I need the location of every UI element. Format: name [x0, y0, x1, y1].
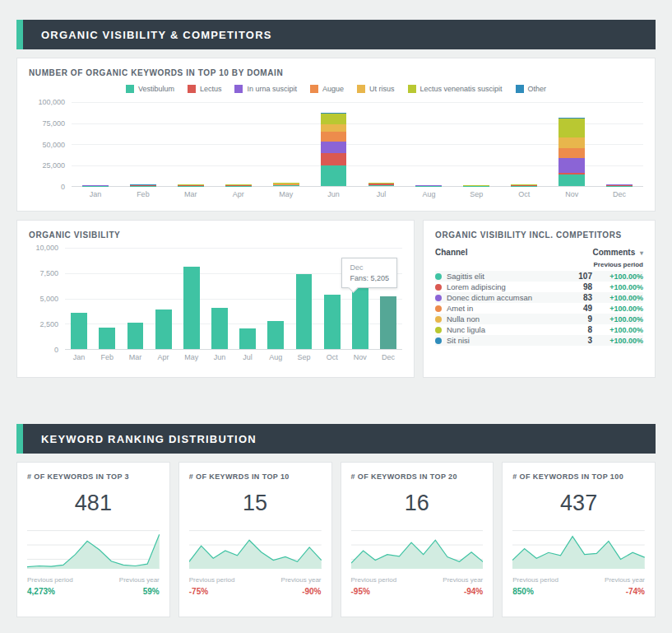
previous-year-label: Previous year — [281, 576, 322, 584]
bar-column — [93, 248, 121, 349]
visibility-bar[interactable] — [324, 295, 341, 349]
y-axis-label: 25,000 — [42, 161, 65, 170]
stacked-bar[interactable] — [606, 102, 633, 186]
x-axis-label: Dec — [374, 353, 402, 361]
legend-item[interactable]: Vestibulum — [126, 85, 174, 93]
chevron-down-icon: ▾ — [640, 249, 643, 257]
legend-item[interactable]: Other — [516, 85, 547, 93]
visibility-bar[interactable] — [211, 308, 228, 349]
channel-name: Nulla non — [447, 314, 566, 323]
x-axis-label: Oct — [318, 353, 346, 361]
stacked-bar[interactable] — [225, 102, 252, 186]
bar-segment — [321, 124, 347, 132]
legend-item[interactable]: In urna suscipit — [234, 85, 297, 93]
table-row[interactable]: Nulla non9+100.00% — [435, 314, 643, 324]
visibility-bar[interactable] — [239, 328, 256, 349]
x-axis-label: Nov — [548, 190, 596, 198]
channel-name: Sit nisi — [447, 336, 566, 345]
column-header-comments[interactable]: Comments ▾ — [593, 248, 643, 257]
visibility-bar[interactable] — [99, 328, 115, 349]
stacked-bar[interactable] — [511, 102, 537, 186]
visibility-bar[interactable] — [183, 267, 200, 349]
table-row[interactable]: Sit nisi3+100.00% — [435, 335, 643, 346]
previous-year-value: -94% — [464, 587, 483, 596]
x-axis-label: Jun — [206, 353, 234, 361]
series-dot — [435, 316, 442, 323]
legend-label: Vestibulum — [138, 85, 174, 93]
x-axis-label: Apr — [215, 190, 262, 198]
comments-value: 107 — [566, 272, 592, 281]
kpi-title: # OF KEYWORDS IN TOP 100 — [512, 472, 645, 481]
bar-column — [358, 102, 406, 186]
table-row[interactable]: Donec dictum accumsan83+100.00% — [435, 292, 643, 303]
legend-item[interactable]: Lectus venenatis suscipit — [408, 85, 503, 93]
bar-segment — [558, 175, 585, 186]
previous-period-change: +100.00% — [592, 337, 643, 345]
x-axis-label: Jun — [310, 190, 358, 198]
bar-column — [167, 102, 215, 186]
visibility-bar[interactable] — [71, 313, 87, 349]
y-axis-label: 75,000 — [42, 119, 65, 128]
kpi-value: 16 — [351, 491, 484, 516]
legend-swatch — [310, 85, 318, 93]
visibility-bar[interactable] — [127, 323, 144, 349]
legend-label: Augue — [322, 85, 344, 93]
x-axis-label: Oct — [500, 190, 548, 198]
series-dot — [435, 305, 442, 312]
previous-year-label: Previous year — [443, 576, 483, 584]
stacked-bar[interactable] — [273, 102, 299, 186]
previous-period-label: Previous period — [351, 576, 397, 584]
dashboard-page: ORGANIC VISIBILITY & COMPETITORS NUMBER … — [0, 0, 672, 633]
legend-item[interactable]: Lectus — [188, 85, 222, 93]
table-row[interactable]: Nunc ligula8+100.00% — [435, 324, 643, 335]
stacked-bar[interactable] — [321, 102, 347, 186]
stacked-bar[interactable] — [368, 102, 395, 186]
legend-swatch — [188, 85, 196, 93]
kpi-value: 481 — [27, 491, 160, 516]
series-dot — [435, 337, 442, 344]
legend-item[interactable]: Ut risus — [357, 85, 395, 93]
stacked-bar[interactable] — [130, 102, 156, 186]
table-row[interactable]: Sagittis elit107+100.00% — [435, 271, 643, 282]
bar-column — [121, 248, 149, 349]
previous-period-header: Previous period — [435, 261, 643, 268]
domain-legend: VestibulumLectusIn urna suscipitAugueUt … — [29, 84, 643, 94]
x-axis-label: Sep — [452, 190, 500, 198]
y-axis-label: 5,000 — [39, 295, 58, 303]
column-header-channel[interactable]: Channel — [435, 248, 467, 257]
comments-value: 3 — [566, 336, 592, 345]
previous-period-change: +100.00% — [592, 272, 643, 281]
legend-item[interactable]: Augue — [310, 85, 344, 93]
x-axis-label: Feb — [119, 190, 167, 198]
visibility-bar[interactable] — [380, 296, 396, 349]
y-axis-label: 10,000 — [35, 244, 58, 252]
series-dot — [435, 327, 442, 333]
comments-value: 98 — [566, 282, 592, 291]
previous-year-label: Previous year — [119, 576, 160, 584]
previous-period-change: +100.00% — [592, 326, 643, 334]
bar-segment — [558, 119, 585, 137]
stacked-bar[interactable] — [82, 102, 109, 186]
x-axis-label: Mar — [167, 190, 215, 198]
visibility-bar[interactable] — [267, 321, 284, 349]
bar-segment — [321, 132, 347, 142]
stacked-chart: 100,00075,00050,00025,0000 — [29, 102, 643, 187]
visibility-bar[interactable] — [296, 274, 313, 349]
legend-label: Other — [528, 85, 547, 93]
bar-column — [234, 248, 262, 349]
table-row[interactable]: Amet in49+100.00% — [435, 303, 643, 314]
visibility-bar[interactable] — [155, 310, 172, 349]
stacked-bar[interactable] — [415, 102, 442, 186]
card-title: ORGANIC VISIBILITY INCL. COMPETITORS — [435, 230, 643, 240]
previous-period-label: Previous period — [27, 576, 73, 584]
bar-segment — [558, 137, 585, 148]
bar-segment — [321, 142, 347, 153]
x-axis-label: May — [178, 353, 206, 361]
x-axis-label: Jul — [234, 353, 262, 361]
stacked-bar[interactable] — [558, 102, 585, 186]
tooltip-value: Fans: 5,205 — [350, 274, 389, 282]
stacked-bar[interactable] — [463, 102, 489, 186]
table-row[interactable]: Lorem adipiscing98+100.00% — [435, 282, 643, 292]
channel-name: Amet in — [447, 304, 566, 313]
stacked-bar[interactable] — [178, 102, 204, 186]
